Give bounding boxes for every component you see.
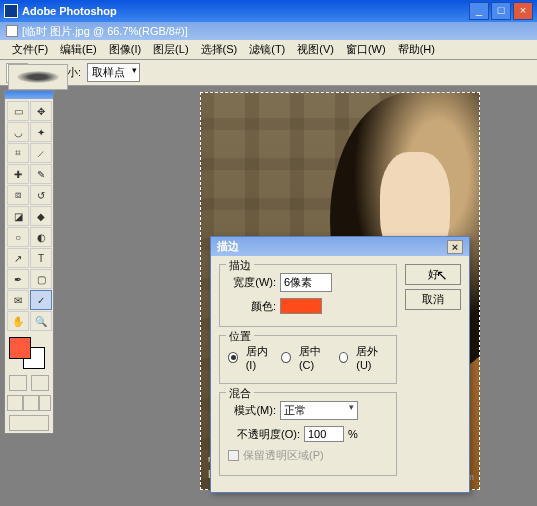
app-icon bbox=[4, 4, 18, 18]
stroke-dialog: 描边 × 描边 宽度(W): 6像素 颜色: 位置 bbox=[210, 236, 470, 493]
app-title: Adobe Photoshop bbox=[22, 5, 117, 17]
ok-button[interactable]: 好 ↖ bbox=[405, 264, 461, 285]
group-stroke: 描边 宽度(W): 6像素 颜色: bbox=[219, 264, 397, 327]
group-position: 位置 居内(I) 居中(C) 居外(U) bbox=[219, 335, 397, 384]
tool-slice[interactable]: ⟋ bbox=[30, 143, 52, 163]
menu-file[interactable]: 文件(F) bbox=[8, 40, 52, 59]
group-blend-legend: 混合 bbox=[226, 386, 254, 401]
color-swatches[interactable] bbox=[9, 337, 45, 369]
radio-inside[interactable] bbox=[228, 352, 238, 363]
radio-center-label: 居中(C) bbox=[299, 344, 331, 371]
group-blend: 混合 模式(M): 正常 不透明度(O): 100 % 保留透明区域(P) bbox=[219, 392, 397, 476]
tool-type[interactable]: T bbox=[30, 248, 52, 268]
opacity-percent: % bbox=[348, 428, 358, 440]
tool-crop[interactable]: ⌗ bbox=[7, 143, 29, 163]
tool-stamp[interactable]: ⧇ bbox=[7, 185, 29, 205]
group-position-legend: 位置 bbox=[226, 329, 254, 344]
menu-image[interactable]: 图像(I) bbox=[105, 40, 145, 59]
minimize-button[interactable]: _ bbox=[469, 2, 489, 20]
width-input[interactable]: 6像素 bbox=[280, 273, 332, 292]
dialog-title: 描边 bbox=[217, 239, 239, 254]
doc-icon bbox=[6, 25, 18, 37]
radio-center[interactable] bbox=[281, 352, 291, 363]
close-button[interactable]: × bbox=[513, 2, 533, 20]
tool-eyedropper[interactable]: ✓ bbox=[30, 290, 52, 310]
menubar: 文件(F) 编辑(E) 图像(I) 图层(L) 选择(S) 滤镜(T) 视图(V… bbox=[0, 40, 537, 60]
opacity-input[interactable]: 100 bbox=[304, 426, 344, 442]
toolbox-header[interactable] bbox=[5, 91, 53, 99]
tool-pen[interactable]: ✒ bbox=[7, 269, 29, 289]
menu-select[interactable]: 选择(S) bbox=[197, 40, 242, 59]
tool-notes[interactable]: ✉ bbox=[7, 290, 29, 310]
menu-layer[interactable]: 图层(L) bbox=[149, 40, 192, 59]
radio-outside[interactable] bbox=[339, 352, 349, 363]
tool-bucket[interactable]: ◆ bbox=[30, 206, 52, 226]
group-stroke-legend: 描边 bbox=[226, 258, 254, 273]
tool-eraser[interactable]: ◪ bbox=[7, 206, 29, 226]
color-label: 颜色: bbox=[228, 299, 276, 314]
screen-full-menu[interactable] bbox=[23, 395, 39, 411]
screen-full[interactable] bbox=[39, 395, 51, 411]
foreground-color[interactable] bbox=[9, 337, 31, 359]
workarea: ▭ ✥ ◡ ✦ ⌗ ⟋ ✚ ✎ ⧇ ↺ ◪ ◆ ○ ◐ ↗ T ✒ ▢ ✉ ✓ … bbox=[0, 86, 537, 506]
cancel-button[interactable]: 取消 bbox=[405, 289, 461, 310]
radio-inside-label: 居内(I) bbox=[246, 344, 274, 371]
tool-marquee[interactable]: ▭ bbox=[7, 101, 29, 121]
tool-brush[interactable]: ✎ bbox=[30, 164, 52, 184]
preserve-label: 保留透明区域(P) bbox=[243, 448, 324, 463]
screen-standard[interactable] bbox=[7, 395, 23, 411]
toolbox: ▭ ✥ ◡ ✦ ⌗ ⟋ ✚ ✎ ⧇ ↺ ◪ ◆ ○ ◐ ↗ T ✒ ▢ ✉ ✓ … bbox=[4, 90, 54, 434]
opacity-label: 不透明度(O): bbox=[228, 427, 300, 442]
tool-lasso[interactable]: ◡ bbox=[7, 122, 29, 142]
tool-dodge[interactable]: ◐ bbox=[30, 227, 52, 247]
menu-filter[interactable]: 滤镜(T) bbox=[245, 40, 289, 59]
tool-zoom[interactable]: 🔍 bbox=[30, 311, 52, 331]
dialog-close-button[interactable]: × bbox=[447, 240, 463, 254]
mode-quickmask[interactable] bbox=[31, 375, 49, 391]
mode-label: 模式(M): bbox=[228, 403, 276, 418]
jump-to[interactable] bbox=[9, 415, 49, 431]
color-picker[interactable] bbox=[280, 298, 322, 314]
tool-history[interactable]: ↺ bbox=[30, 185, 52, 205]
mode-standard[interactable] bbox=[9, 375, 27, 391]
tool-heal[interactable]: ✚ bbox=[7, 164, 29, 184]
tool-blur[interactable]: ○ bbox=[7, 227, 29, 247]
preserve-checkbox[interactable] bbox=[228, 450, 239, 461]
tool-shape[interactable]: ▢ bbox=[30, 269, 52, 289]
doc-titlebar: [临时 图片.jpg @ 66.7%(RGB/8#)] bbox=[0, 22, 537, 40]
radio-outside-label: 居外(U) bbox=[356, 344, 388, 371]
options-bar: 取样大小: 取样点 bbox=[0, 60, 537, 86]
menu-view[interactable]: 视图(V) bbox=[293, 40, 338, 59]
tool-hand[interactable]: ✋ bbox=[7, 311, 29, 331]
tool-path[interactable]: ↗ bbox=[7, 248, 29, 268]
sample-select[interactable]: 取样点 bbox=[87, 63, 140, 82]
brush-preview[interactable] bbox=[8, 64, 68, 90]
dialog-titlebar[interactable]: 描边 × bbox=[211, 237, 469, 256]
mode-select[interactable]: 正常 bbox=[280, 401, 358, 420]
width-label: 宽度(W): bbox=[228, 275, 276, 290]
menu-help[interactable]: 帮助(H) bbox=[394, 40, 439, 59]
menu-window[interactable]: 窗口(W) bbox=[342, 40, 390, 59]
app-titlebar: Adobe Photoshop _ □ × bbox=[0, 0, 537, 22]
tool-move[interactable]: ✥ bbox=[30, 101, 52, 121]
tool-wand[interactable]: ✦ bbox=[30, 122, 52, 142]
menu-edit[interactable]: 编辑(E) bbox=[56, 40, 101, 59]
doc-title: [临时 图片.jpg @ 66.7%(RGB/8#)] bbox=[22, 24, 188, 39]
maximize-button[interactable]: □ bbox=[491, 2, 511, 20]
